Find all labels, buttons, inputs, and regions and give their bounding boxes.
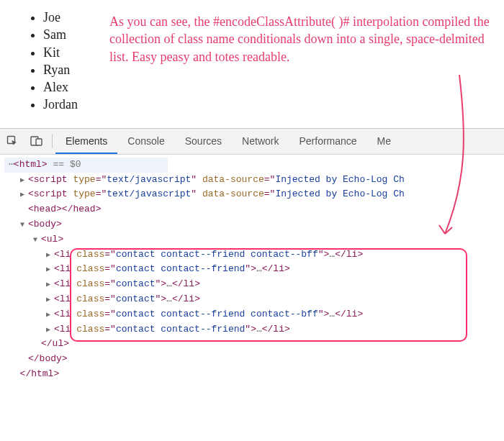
list-item: Ryan	[43, 61, 78, 78]
disclosure-triangle-icon[interactable]: ▼	[33, 235, 40, 246]
list-item: Sam	[43, 26, 78, 43]
dom-node-li[interactable]: ▶<li class="contact contact--friend cont…	[4, 247, 504, 263]
dom-node-html[interactable]: ⋯<html> == $0	[4, 158, 168, 173]
dom-node-li[interactable]: ▶<li class="contact">…</li>	[4, 277, 504, 292]
disclosure-triangle-icon[interactable]: ▶	[46, 250, 53, 261]
tab-sources[interactable]: Sources	[175, 129, 232, 154]
disclosure-triangle-icon[interactable]: ▶	[46, 294, 53, 306]
contact-list: Joe Sam Kit Ryan Alex Jordan	[29, 9, 78, 114]
toolbar-divider	[52, 134, 53, 148]
tab-console[interactable]: Console	[117, 129, 174, 154]
list-item: Joe	[43, 9, 78, 26]
page-content: Joe Sam Kit Ryan Alex Jordan As you can …	[0, 0, 504, 128]
elements-tree[interactable]: ⋯<html> == $0 ▶<script type="text/javasc…	[0, 155, 504, 395]
disclosure-triangle-icon[interactable]: ▼	[20, 219, 27, 231]
dom-node-ul[interactable]: ▼<ul>	[4, 232, 504, 247]
tab-performance[interactable]: Performance	[289, 129, 366, 154]
disclosure-triangle-icon[interactable]: ▶	[20, 189, 27, 201]
svg-rect-2	[36, 139, 42, 145]
dom-node-li[interactable]: ▶<li class="contact contact--friend">…</…	[4, 322, 504, 337]
devtools-panel: Elements Console Sources Network Perform…	[0, 128, 504, 395]
list-item: Alex	[43, 78, 78, 96]
dom-node-ul-close[interactable]: </ul>	[4, 337, 504, 352]
devtools-toolbar: Elements Console Sources Network Perform…	[0, 129, 504, 155]
dom-node-li[interactable]: ▶<li class="contact">…</li>	[4, 292, 504, 307]
dom-node-body-close[interactable]: </body>	[4, 352, 504, 367]
disclosure-triangle-icon[interactable]: ▶	[20, 175, 27, 186]
tab-elements[interactable]: Elements	[55, 129, 117, 154]
selected-node-hint: == $0	[53, 159, 81, 170]
annotation-text: As you can see, the #encodeClassAttribut…	[109, 13, 491, 65]
dom-node-script[interactable]: ▶<script type="text/javascript" data-sou…	[4, 173, 504, 188]
device-toolbar-icon[interactable]	[24, 129, 49, 154]
disclosure-triangle-icon[interactable]: ▶	[46, 279, 53, 291]
list-item: Jordan	[43, 96, 78, 113]
disclosure-triangle-icon[interactable]: ▶	[46, 309, 53, 321]
tab-network[interactable]: Network	[232, 129, 289, 154]
dom-node-script[interactable]: ▶<script type="text/javascript" data-sou…	[4, 187, 504, 202]
dom-node-html-close[interactable]: </html>	[4, 367, 504, 382]
disclosure-triangle-icon[interactable]: ▶	[46, 264, 53, 276]
disclosure-triangle-icon[interactable]: ▶	[46, 324, 53, 336]
dom-node-li[interactable]: ▶<li class="contact contact--friend cont…	[4, 307, 504, 322]
annotation: As you can see, the #encodeClassAttribut…	[78, 9, 504, 114]
tab-more[interactable]: Me	[367, 129, 401, 154]
dom-node-head[interactable]: <head></head>	[4, 202, 504, 217]
dom-node-body[interactable]: ▼<body>	[4, 217, 504, 232]
dom-node-li[interactable]: ▶<li class="contact contact--friend">…</…	[4, 262, 504, 277]
inspect-element-icon[interactable]	[0, 129, 24, 154]
list-item: Kit	[43, 44, 78, 61]
ellipsis-icon: ⋯	[9, 159, 14, 170]
